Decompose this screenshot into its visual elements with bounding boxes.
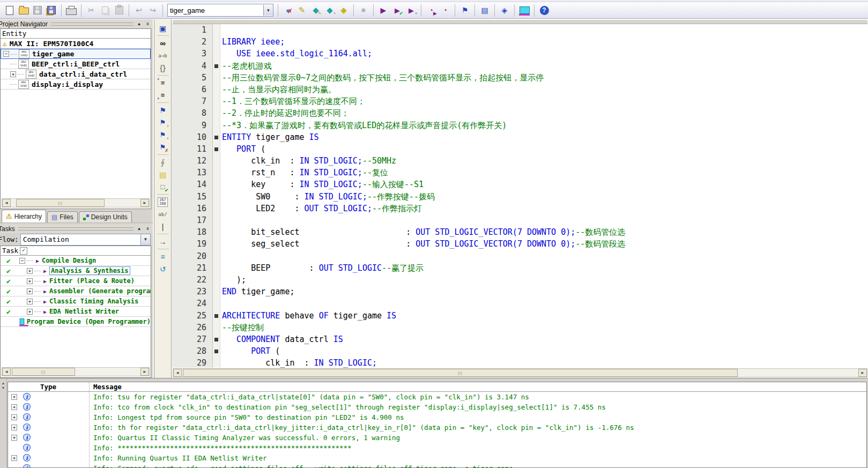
tasks-hscrollbar[interactable]: ◄|||►	[2, 367, 150, 376]
code-line[interactable]: --1．三个数码管循环显示的速度不同；	[222, 95, 868, 107]
fold-marker-icon[interactable]	[214, 338, 218, 341]
task-item[interactable]: ✔+▶Fitter (Place & Route)	[1, 276, 151, 286]
scroll-thumb[interactable]: |||	[12, 368, 75, 376]
analyze-icon[interactable]: □✔	[157, 181, 169, 193]
scroll-up-icon[interactable]: ▲	[2, 381, 5, 385]
indent-guide-icon[interactable]: ≡	[157, 250, 169, 263]
scroll-right-arrow-icon[interactable]: ►	[858, 369, 867, 377]
indent-add-icon[interactable]: ≡+	[157, 77, 169, 89]
scroll-thumb[interactable]: |||	[16, 199, 105, 207]
scroll-right-arrow-icon[interactable]: ►	[140, 199, 149, 207]
project-navigator-hscrollbar[interactable]: ◄|||►	[2, 198, 150, 207]
code-line[interactable]	[222, 250, 868, 262]
timing-clock-icon[interactable]: ◔	[438, 3, 452, 17]
code-line[interactable]: --老虎机游戏	[222, 60, 868, 72]
print-icon[interactable]	[64, 3, 78, 17]
refresh-icon[interactable]: ↺	[157, 263, 169, 275]
braces-icon[interactable]: {}	[157, 62, 169, 74]
tab-files[interactable]: ▤Files	[47, 211, 78, 222]
assembler-tool-icon[interactable]: ◆	[337, 3, 351, 17]
scroll-thumb[interactable]: |||	[183, 369, 738, 377]
help-icon[interactable]: ?	[537, 3, 551, 17]
code-line[interactable]: seg_select : OUT STD_LOGIC_VECTOR(7 DOWN…	[222, 238, 868, 250]
tree-expander-icon[interactable]: +	[27, 268, 33, 274]
code-line[interactable]: PORT (	[222, 143, 868, 155]
collapse-panel-button[interactable]: ▴	[136, 225, 143, 232]
cursor-icon[interactable]: |	[157, 220, 169, 233]
scroll-track[interactable]: |||	[11, 199, 140, 207]
code-line[interactable]: LIBRARY ieee;	[222, 36, 868, 48]
fold-marker-icon[interactable]	[214, 136, 218, 139]
code-line[interactable]: clk_in : IN STD_LOGIC;	[222, 357, 868, 368]
code-line[interactable]	[222, 24, 868, 36]
code-line[interactable]: USE ieee.std_logic_1164.all;	[222, 48, 868, 60]
expander-plus-icon[interactable]: +	[11, 435, 17, 441]
code-line[interactable]: BEEP : OUT STD_LOGIC--赢了提示	[222, 262, 868, 274]
bookmark-next-icon[interactable]: ⚑›	[157, 116, 169, 129]
task-item[interactable]: Program Device (Open Programmer)	[1, 317, 151, 327]
expander-plus-icon[interactable]: +	[11, 414, 17, 420]
project-combobox[interactable]: tiger_game▼	[167, 4, 273, 17]
waveform-flag-icon[interactable]: ⚑	[458, 3, 472, 17]
eda-netlist-icon[interactable]: ◈	[498, 3, 511, 17]
entity-tree-item[interactable]: −abcVHDtiger_game	[1, 49, 151, 59]
fold-marker-icon[interactable]	[214, 314, 218, 318]
redo-icon[interactable]: ↪	[146, 3, 160, 17]
text-marks-icon[interactable]: ab/	[157, 208, 169, 220]
entity-tree-item[interactable]: abcVHDdisplay:i_display	[1, 79, 151, 90]
start-analysis-synthesis-icon[interactable]: ▶✔	[390, 3, 404, 17]
message-row[interactable]: iInfo: *********************************…	[8, 443, 866, 453]
undo-icon[interactable]: ↩	[132, 3, 146, 17]
code-line[interactable]: ENTITY tiger_game IS	[222, 131, 868, 143]
scroll-track[interactable]: |||	[182, 369, 858, 377]
tree-expander-icon[interactable]: +	[27, 288, 33, 294]
task-item[interactable]: ✔+▶Classic Timing Analysis	[1, 296, 151, 307]
chevron-down-icon[interactable]: ▼	[140, 234, 150, 245]
code-line[interactable]: key : IN STD_LOGIC;--输入按键--S1	[222, 179, 868, 190]
timing-tool-icon[interactable]: ◆◔	[323, 3, 337, 17]
task-item[interactable]: ✔+▶Assembler (Generate programming	[1, 286, 151, 296]
line-numbers-icon[interactable]: 267 268	[157, 196, 169, 208]
expander-plus-icon[interactable]: +	[11, 425, 17, 430]
expander-plus-icon[interactable]: +	[11, 404, 17, 410]
code-line[interactable]: LED2 : OUT STD_LOGIC;--作弊指示灯	[222, 203, 868, 214]
code-line[interactable]: SW0 : IN STD_LOGIC;--作弊按键--拨码	[222, 191, 868, 203]
programmer-icon[interactable]	[517, 3, 531, 17]
code-line[interactable]: --*3．如果赢了游戏时，要有数码管或LED的花样显示或声音提示(有作弊开关)	[222, 120, 868, 131]
code-line[interactable]: );	[222, 274, 868, 286]
paste-icon[interactable]	[112, 3, 126, 17]
fold-marker-icon[interactable]	[214, 64, 218, 68]
copy-icon[interactable]	[98, 3, 112, 17]
task-item[interactable]: ✔−▶Compile Design	[1, 256, 151, 266]
code-line[interactable]: PORT (	[222, 345, 868, 357]
code-line[interactable]: --止，当显示内容相同时为赢。	[222, 84, 868, 95]
code-line[interactable]: --按键控制	[222, 322, 868, 333]
tree-expander-icon[interactable]: −	[19, 258, 25, 264]
collapse-panel-button[interactable]: ▴	[136, 20, 143, 27]
report-icon[interactable]: ▤	[478, 3, 492, 17]
code-editor[interactable]: 1234567891011121314151617181920212223242…	[172, 19, 868, 378]
start-compilation-icon[interactable]: ▶	[376, 3, 390, 17]
editor-window-icon[interactable]: ▣	[157, 22, 169, 34]
message-row[interactable]: iInfo: Command: quartus_eda --read_setti…	[8, 463, 866, 468]
bookmark-clear-icon[interactable]: ⚑✗	[157, 141, 169, 153]
bookmark-icon[interactable]: ⚑	[157, 104, 169, 116]
message-row[interactable]: +iInfo: th for register "data_ctrl:i_dat…	[8, 422, 866, 433]
code-line[interactable]: END tiger_game;	[222, 286, 868, 298]
tree-expander-icon[interactable]: +	[27, 278, 33, 284]
timing-run-icon[interactable]: ◔▶	[424, 3, 438, 17]
open-file-icon[interactable]	[17, 3, 31, 17]
tab-design-units[interactable]: Design Units	[79, 211, 132, 222]
tab-hierarchy[interactable]: ⚠Hierarchy	[2, 210, 46, 222]
indent-remove-icon[interactable]: ≡+	[157, 89, 169, 101]
tree-expander-icon[interactable]: +	[27, 299, 33, 304]
message-row[interactable]: +iInfo: tco from clock "clk_in" to desti…	[8, 402, 866, 412]
bookmark-prev-icon[interactable]: ⚑‹	[157, 129, 169, 141]
task-item[interactable]: ✔+▶EDA Netlist Writer	[1, 307, 151, 317]
message-row[interactable]: +iInfo: Quartus II Classic Timing Analyz…	[8, 433, 866, 443]
code-line[interactable]: clk_in : IN STD_LOGIC;--50MHz	[222, 155, 868, 167]
save-all-icon[interactable]	[44, 3, 58, 17]
editor-hscrollbar[interactable]: ◄|||►	[173, 368, 867, 377]
template-icon[interactable]: ▤	[157, 168, 169, 181]
scroll-left-arrow-icon[interactable]: ◄	[2, 199, 11, 207]
